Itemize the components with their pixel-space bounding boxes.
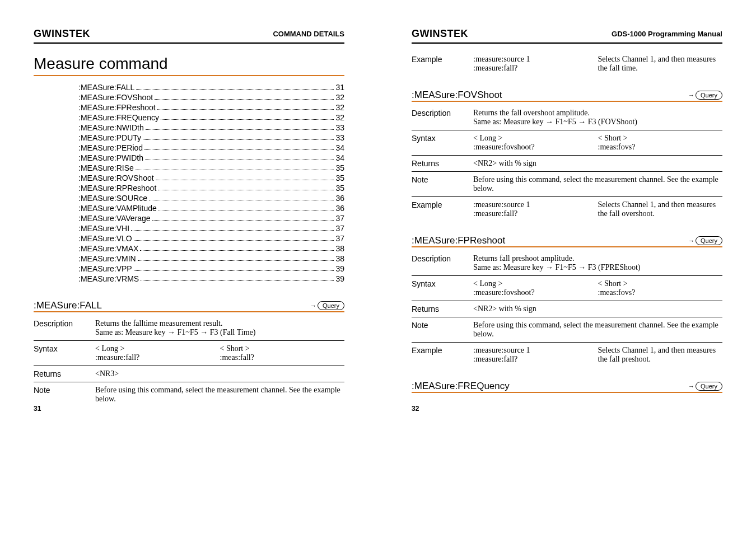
toc-page: 35 [335, 163, 344, 172]
label-returns: Returns [412, 305, 473, 313]
toc-label: :MEASure:VLO [78, 234, 132, 243]
toc-page: 36 [335, 194, 344, 203]
toc-row: :MEASure:VRMS39 [78, 274, 344, 283]
orange-rule [412, 246, 722, 247]
syntax-long-v: :measure:fovshoot? [473, 288, 598, 297]
thin-rule [34, 382, 344, 382]
row-returns: Returns <NR2> with % sign [412, 159, 722, 168]
desc-content: Returns the falltime measurement result.… [95, 319, 344, 337]
returns-value: <NR2> with % sign [473, 305, 722, 313]
toc-row: :MEASure:FALL31 [78, 83, 344, 92]
query-pill: Query [318, 301, 344, 310]
cmd-heading-fovshoot: :MEASure:FOVShoot → Query [412, 90, 722, 101]
label-description: Description [412, 254, 473, 272]
toc-dots [144, 143, 334, 150]
toc-row: :MEASure:PWIDth34 [78, 153, 344, 162]
query-pill: Query [696, 382, 722, 391]
toc-label: :MEASure:VHI [78, 224, 129, 233]
desc-line: Returns the fall overshoot amplitude. [473, 109, 722, 118]
thin-rule [412, 196, 722, 197]
toc-row: :MEASure:ROVShoot35 [78, 174, 344, 182]
query-badge: → Query [688, 91, 722, 100]
note-value: Before using this command, select the me… [95, 386, 344, 404]
example-content: :measure:source 1 :measure:fall? Selects… [473, 55, 722, 73]
page-right: GWINSTEK GDS-1000 Programming Manual Exa… [378, 0, 756, 424]
syntax-long-h: < Long > [473, 134, 598, 143]
ex-cmd: :measure:source 1 [473, 55, 598, 64]
row-note: Note Before using this command, select t… [412, 175, 722, 193]
page-left: GWINSTEK COMMAND DETAILS Measure command… [0, 0, 378, 424]
toc-page: 32 [335, 103, 344, 112]
toc-label: :MEASure:VAMPlitude [78, 204, 157, 213]
toc-page: 34 [335, 143, 344, 152]
cmd-title: :MEASure:FALL [34, 300, 102, 311]
cmd-heading-frequency: :MEASure:FREQuency → Query [412, 381, 722, 392]
toc-label: :MEASure:RPReshoot [78, 184, 156, 193]
desc-line: Same as: Measure key → F1~F5 → F3 (FPRES… [473, 263, 722, 272]
toc-row: :MEASure:VPP39 [78, 264, 344, 273]
cmd-heading-fpreshoot: :MEASure:FPReshoot → Query [412, 235, 722, 246]
syntax-content: < Long > :measure:fall? < Short > :meas:… [95, 344, 344, 362]
syntax-short-h: < Short > [220, 344, 345, 353]
desc-line: Returns the falltime measurement result. [95, 319, 344, 328]
thin-rule [412, 301, 722, 301]
toc-dots [156, 174, 334, 180]
toc-dots [146, 123, 334, 130]
row-returns: Returns <NR2> with % sign [412, 305, 722, 313]
syntax-long-v: :measure:fall? [95, 353, 220, 362]
toc-label: :MEASure:PWIDth [78, 153, 143, 162]
toc-label: :MEASure:NWIDth [78, 123, 144, 132]
cmd-heading-fall: :MEASure:FALL → Query [34, 300, 344, 311]
example-content: :measure:source 1 :measure:fall? Selects… [473, 200, 722, 218]
header-title-right: GDS-1000 Programming Manual [612, 30, 722, 38]
toc-label: :MEASure:FPReshoot [78, 103, 156, 112]
brand-logo: GWINSTEK [34, 28, 90, 40]
toc-page: 35 [335, 184, 344, 193]
page-number: 31 [34, 405, 41, 413]
query-pill: Query [696, 236, 722, 245]
arrow-icon: → [310, 302, 316, 309]
label-example: Example [412, 346, 473, 364]
orange-rule [412, 101, 722, 102]
toc-dots [134, 264, 334, 271]
toc-row: :MEASure:FOVShoot32 [78, 93, 344, 102]
toc-label: :MEASure:VPP [78, 264, 132, 273]
label-syntax: Syntax [412, 134, 473, 152]
label-note: Note [412, 321, 473, 339]
row-description: Description Returns fall preshoot amplit… [412, 254, 722, 272]
toc-label: :MEASure:FALL [78, 83, 134, 92]
label-returns: Returns [34, 369, 95, 378]
row-description: Description Returns the falltime measure… [34, 319, 344, 337]
toc-page: 31 [335, 83, 344, 92]
label-description: Description [412, 109, 473, 127]
toc-row: :MEASure:PERiod34 [78, 143, 344, 152]
toc-label: :MEASure:VRMS [78, 274, 139, 283]
toc-label: :MEASure:ROVShoot [78, 174, 154, 182]
thin-rule [412, 342, 722, 343]
desc-content: Returns fall preshoot amplitude. Same as… [473, 254, 722, 272]
toc-dots [136, 83, 334, 90]
label-example: Example [412, 55, 473, 73]
toc-row: :MEASure:VAVerage37 [78, 214, 344, 223]
toc-page: 38 [335, 244, 344, 253]
desc-line: Same as: Measure key → F1~F5 → F3 (FOVSh… [473, 118, 722, 127]
thin-rule [412, 171, 722, 172]
syntax-short-v: :meas:fall? [220, 353, 345, 362]
syntax-content: < Long > :measure:fovshoot? < Short > :m… [473, 279, 722, 297]
row-syntax: Syntax < Long > :measure:fall? < Short >… [34, 344, 344, 362]
arrow-icon: → [688, 383, 694, 390]
toc-page: 36 [335, 204, 344, 213]
arrow-icon: → [688, 237, 694, 244]
toc-dots [157, 103, 334, 110]
syntax-long-h: < Long > [95, 344, 220, 353]
toc-row: :MEASure:FREQuency32 [78, 113, 344, 122]
toc-dots [141, 274, 334, 281]
ex-desc: Selects Channel 1, and then measures the… [598, 200, 723, 218]
thin-rule [412, 130, 722, 130]
toc-label: :MEASure:VMIN [78, 254, 136, 263]
toc-dots [131, 224, 334, 231]
orange-rule [34, 75, 344, 76]
ex-cmd: :measure:source 1 [473, 200, 598, 209]
toc-dots [143, 133, 334, 140]
query-badge: → Query [688, 236, 722, 245]
